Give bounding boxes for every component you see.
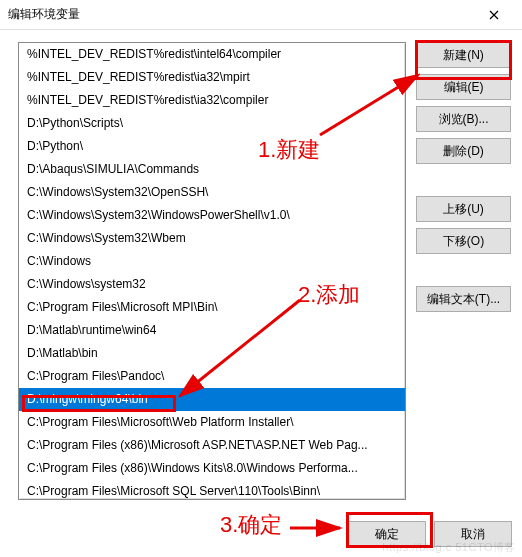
list-item[interactable]: C:\Windows bbox=[19, 250, 405, 273]
window-title: 编辑环境变量 bbox=[8, 6, 474, 23]
titlebar: 编辑环境变量 bbox=[0, 0, 522, 30]
list-item[interactable]: D:\Abaqus\SIMULIA\Commands bbox=[19, 158, 405, 181]
movedown-button[interactable]: 下移(O) bbox=[416, 228, 511, 254]
annotation-text-step3: 3.确定 bbox=[220, 510, 282, 540]
list-item[interactable]: C:\Windows\System32\Wbem bbox=[19, 227, 405, 250]
list-item[interactable]: C:\Windows\System32\OpenSSH\ bbox=[19, 181, 405, 204]
list-item[interactable]: C:\Program Files\Pandoc\ bbox=[19, 365, 405, 388]
list-item[interactable]: D:\Matlab\runtime\win64 bbox=[19, 319, 405, 342]
list-item[interactable]: C:\Program Files\Microsoft SQL Server\11… bbox=[19, 480, 405, 500]
list-item[interactable]: D:\Matlab\bin bbox=[19, 342, 405, 365]
annotation-box-new bbox=[415, 40, 512, 80]
list-item[interactable]: %INTEL_DEV_REDIST%redist\intel64\compile… bbox=[19, 43, 405, 66]
list-item[interactable]: C:\Program Files\Microsoft\Web Platform … bbox=[19, 411, 405, 434]
annotation-text-step2: 2.添加 bbox=[298, 280, 360, 310]
list-item[interactable]: %INTEL_DEV_REDIST%redist\ia32\mpirt bbox=[19, 66, 405, 89]
button-column: 新建(N) 编辑(E) 浏览(B)... 删除(D) 上移(U) 下移(O) 编… bbox=[416, 42, 511, 500]
moveup-button[interactable]: 上移(U) bbox=[416, 196, 511, 222]
list-item[interactable]: C:\Program Files (x86)\Windows Kits\8.0\… bbox=[19, 457, 405, 480]
list-item[interactable]: D:\Python\ bbox=[19, 135, 405, 158]
list-item[interactable]: %INTEL_DEV_REDIST%redist\ia32\compiler bbox=[19, 89, 405, 112]
list-item[interactable]: C:\Windows\System32\WindowsPowerShell\v1… bbox=[19, 204, 405, 227]
list-item[interactable]: D:\Python\Scripts\ bbox=[19, 112, 405, 135]
delete-button[interactable]: 删除(D) bbox=[416, 138, 511, 164]
edittext-button[interactable]: 编辑文本(T)... bbox=[416, 286, 511, 312]
annotation-box-selected-path bbox=[22, 395, 176, 412]
list-item[interactable]: C:\Program Files (x86)\Microsoft ASP.NET… bbox=[19, 434, 405, 457]
browse-button[interactable]: 浏览(B)... bbox=[416, 106, 511, 132]
watermark: https://blog.c 51CTO博客 bbox=[382, 540, 516, 555]
annotation-text-step1: 1.新建 bbox=[258, 135, 320, 165]
path-listbox[interactable]: %INTEL_DEV_REDIST%redist\intel64\compile… bbox=[18, 42, 406, 500]
close-icon[interactable] bbox=[474, 3, 514, 27]
